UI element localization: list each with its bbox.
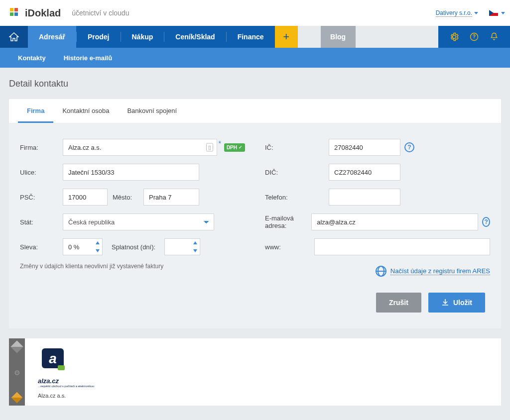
- globe-icon: [376, 266, 386, 277]
- label-sleva: Sleva:: [20, 243, 63, 251]
- footer-brand-sub: ...největší obchod s počítači a elektron…: [38, 385, 94, 388]
- gear-icon[interactable]: ⚙: [14, 369, 20, 377]
- label-psc: PSČ:: [20, 194, 63, 201]
- detail-tabs: Firma Kontaktní osoba Bankovní spojení: [9, 99, 501, 123]
- input-telefon[interactable]: [329, 189, 400, 206]
- logo[interactable]: iDoklad: [0, 7, 61, 19]
- input-ulice[interactable]: [63, 164, 199, 181]
- help-icon: ?: [469, 32, 479, 42]
- cube-icon[interactable]: [10, 340, 23, 353]
- ares-link[interactable]: Načíst údaje z registru firem ARES: [265, 266, 490, 277]
- input-email[interactable]: [311, 213, 478, 230]
- tab-kontaktni-osoba[interactable]: Kontaktní osoba: [53, 99, 118, 123]
- settings-button[interactable]: [449, 32, 459, 42]
- label-ulice: Ulice:: [20, 169, 63, 176]
- card-icon: ▯: [206, 143, 213, 152]
- label-dic: DIČ:: [265, 169, 329, 176]
- label-mesto: Město:: [113, 194, 138, 201]
- dph-badge: DPH: [224, 143, 245, 152]
- svg-rect-0: [10, 8, 13, 11]
- nav-home[interactable]: [0, 26, 28, 48]
- subnav-kontakty[interactable]: Kontakty: [9, 48, 55, 68]
- label-email: E-mailová adresa:: [265, 214, 311, 229]
- required-marker: *: [218, 139, 221, 147]
- footer-brand: alza.cz: [38, 377, 94, 385]
- subnav-historie[interactable]: Historie e-mailů: [55, 48, 122, 68]
- select-stat[interactable]: Česká republika: [63, 213, 214, 230]
- chevron-down-icon: [474, 12, 478, 14]
- notifications-button[interactable]: [489, 32, 499, 42]
- alza-logo: a: [38, 345, 68, 375]
- save-button[interactable]: Uložit: [428, 293, 485, 313]
- footer-company-name: Alza.cz a.s.: [38, 393, 94, 399]
- side-dock: ⚙: [9, 338, 25, 406]
- stepper-up[interactable]: [93, 239, 102, 247]
- main-nav: Adresář Prodej Nákup Ceník/Sklad Finance…: [0, 26, 510, 48]
- sub-nav: Kontakty Historie e-mailů: [0, 48, 510, 68]
- bell-icon: [489, 32, 499, 42]
- label-stat: Stát:: [20, 218, 63, 226]
- tagline: účetnictví v cloudu: [72, 9, 129, 17]
- chevron-down-icon: [501, 12, 505, 14]
- label-splatnost: Splatnost (dní):: [108, 243, 159, 251]
- tab-bankovni-spojeni[interactable]: Bankovní spojení: [118, 99, 186, 123]
- stepper-down[interactable]: [191, 247, 200, 255]
- label-www: www:: [265, 243, 314, 251]
- nav-nakup[interactable]: Nákup: [121, 26, 164, 48]
- logo-icon: [9, 7, 21, 19]
- help-ic[interactable]: ?: [404, 142, 414, 152]
- svg-rect-8: [58, 365, 65, 370]
- svg-rect-2: [10, 12, 13, 16]
- gear-icon: [449, 32, 459, 42]
- logo-text: iDoklad: [25, 7, 61, 19]
- detail-card: Firma Kontaktní osoba Bankovní spojení F…: [9, 99, 501, 328]
- label-ic: IČ:: [265, 144, 329, 151]
- help-button[interactable]: ?: [469, 32, 479, 42]
- input-ic[interactable]: [329, 139, 400, 156]
- nav-adresar[interactable]: Adresář: [28, 26, 76, 48]
- input-firma[interactable]: [63, 139, 217, 156]
- tab-firma[interactable]: Firma: [18, 99, 53, 123]
- input-mesto[interactable]: [143, 189, 199, 206]
- label-telefon: Telefon:: [265, 194, 329, 201]
- related-card: ⚙ a alza.cz ...největší obchod s počítač…: [9, 338, 501, 406]
- nav-prodej[interactable]: Prodej: [77, 26, 121, 48]
- input-www[interactable]: [314, 238, 490, 255]
- nav-blog[interactable]: Blog: [321, 26, 356, 48]
- top-bar: iDoklad účetnictví v cloudu Dativery s.r…: [0, 0, 510, 26]
- svg-rect-1: [14, 8, 18, 11]
- cube-gold-icon[interactable]: [11, 392, 23, 404]
- svg-text:a: a: [49, 351, 57, 366]
- input-psc[interactable]: [63, 189, 108, 206]
- flag-cz-icon: [489, 10, 498, 16]
- input-dic[interactable]: [329, 164, 400, 181]
- account-name: Dativery s.r.o.: [436, 9, 472, 17]
- nav-cenik[interactable]: Ceník/Sklad: [164, 26, 226, 48]
- cancel-button[interactable]: Zrušit: [376, 293, 421, 313]
- svg-text:?: ?: [473, 34, 476, 39]
- nav-finance[interactable]: Finance: [227, 26, 275, 48]
- page-title: Detail kontaktu: [9, 79, 501, 89]
- change-note: Změny v údajích klienta neovlivní již vy…: [20, 263, 245, 270]
- help-email[interactable]: ?: [482, 217, 490, 227]
- svg-rect-3: [14, 12, 18, 16]
- home-icon: [9, 32, 19, 41]
- save-icon: [441, 299, 449, 307]
- account-menu[interactable]: Dativery s.r.o.: [436, 9, 478, 17]
- language-menu[interactable]: [489, 10, 505, 16]
- label-firma: Firma:: [20, 144, 63, 151]
- stepper-down[interactable]: [93, 247, 102, 255]
- nav-add-button[interactable]: +: [275, 26, 298, 48]
- stepper-up[interactable]: [191, 239, 200, 247]
